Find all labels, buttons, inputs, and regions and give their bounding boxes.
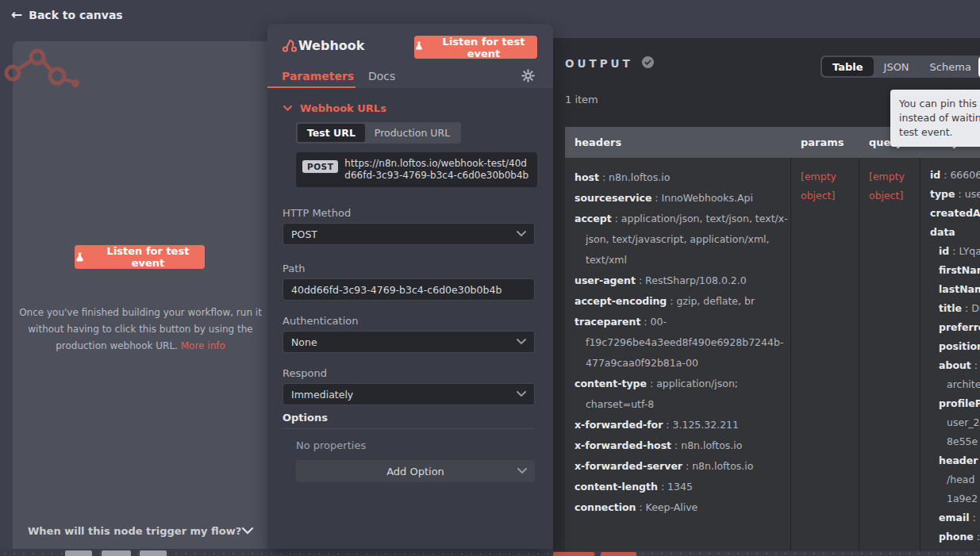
http-method-badge: POST bbox=[302, 160, 338, 173]
flask-icon bbox=[414, 41, 424, 53]
body-cell: id : 666065type : usercreatedAt :dataid … bbox=[920, 158, 980, 551]
input-trigger-panel: Listen for test event Once you've finish… bbox=[13, 41, 267, 549]
respond-label: Respond bbox=[282, 367, 327, 379]
column-header-headers: headers bbox=[565, 136, 791, 148]
chevron-down-icon bbox=[517, 339, 526, 345]
output-title: OUTPUT bbox=[565, 57, 633, 70]
webhook-url-text: https://n8n.loftos.io/webhook-test/40dd6… bbox=[344, 158, 531, 182]
path-input[interactable]: 40dd66fd-3c93-4769-b3c4-c6d0e30b0b4b bbox=[282, 278, 535, 301]
header-entry: accept-encoding : gzip, deflate, br bbox=[575, 291, 788, 312]
listen-for-test-event-button[interactable]: Listen for test event bbox=[75, 245, 205, 269]
more-info-link[interactable]: More info bbox=[181, 340, 225, 351]
tab-parameters[interactable]: Parameters bbox=[282, 70, 354, 82]
chevron-down-icon bbox=[517, 391, 526, 397]
active-tab-underline bbox=[267, 86, 355, 88]
body-entry: title : Dr bbox=[930, 299, 980, 318]
header-entry: content-type : application/json; charset… bbox=[575, 374, 788, 415]
view-tab-json[interactable]: JSON bbox=[874, 57, 920, 76]
body-entry: type : user bbox=[930, 185, 980, 204]
headers-cell: host : n8n.loftos.iosourceservice : Inno… bbox=[565, 158, 791, 551]
test-url-chip[interactable]: Test URL bbox=[298, 124, 365, 142]
options-empty-text: No properties bbox=[296, 439, 366, 451]
output-panel: OUTPUT 1 item Table JSON Schema headers … bbox=[553, 38, 980, 551]
body-entry: id : LYqa bbox=[930, 242, 980, 261]
header-entry: accept : application/json, text/json, te… bbox=[575, 209, 788, 270]
body-entry: id : 666065 bbox=[930, 166, 980, 185]
body-entry: profilePicture : bbox=[930, 394, 980, 413]
url-environment-toggle: Test URL Production URL bbox=[296, 122, 461, 144]
add-option-button[interactable]: Add Option bbox=[296, 460, 535, 482]
chevron-down-icon bbox=[517, 468, 527, 474]
http-method-select[interactable]: POST bbox=[282, 223, 535, 245]
tab-docs[interactable]: Docs bbox=[368, 70, 395, 82]
respond-select[interactable]: Immediately bbox=[282, 383, 535, 405]
view-tab-schema[interactable]: Schema bbox=[920, 57, 980, 76]
params-cell: [empty object] bbox=[791, 158, 859, 551]
header-entry: user-agent : RestSharp/108.0.2.0 bbox=[575, 270, 788, 291]
canvas-node-partial[interactable] bbox=[140, 550, 167, 556]
body-entry: lastName : bbox=[930, 280, 980, 299]
chevron-down-icon bbox=[242, 527, 253, 535]
webhook-urls-section-toggle[interactable]: Webhook URLs bbox=[283, 102, 386, 114]
webhook-url-display[interactable]: POST https://n8n.loftos.io/webhook-test/… bbox=[296, 152, 537, 187]
path-label: Path bbox=[282, 263, 306, 274]
flask-icon bbox=[75, 252, 85, 263]
canvas-node-partial[interactable] bbox=[65, 550, 92, 556]
pin-output-tooltip: You can pin this output instead of waiti… bbox=[890, 90, 980, 147]
canvas-node-partial[interactable] bbox=[601, 552, 636, 556]
header-entry: traceparent : 00-f19c7296be4a3eed8f490e6… bbox=[575, 312, 788, 374]
canvas-node-partial[interactable] bbox=[102, 550, 131, 556]
body-entry: phone : bbox=[930, 527, 980, 546]
body-entry: preferredName : bbox=[930, 318, 980, 337]
column-header-params: params bbox=[791, 136, 859, 148]
back-arrow-icon: ← bbox=[11, 8, 22, 21]
view-tab-table[interactable]: Table bbox=[822, 57, 874, 76]
output-table: headers params query body host : n8n.lof… bbox=[565, 127, 980, 551]
canvas-node-partial[interactable] bbox=[553, 552, 594, 556]
output-view-switcher: Table JSON Schema bbox=[821, 56, 980, 78]
node-panel-header: Webhook Listen for test event Parameters… bbox=[267, 24, 553, 88]
check-circle-icon bbox=[641, 56, 655, 71]
body-entry: user_2 bbox=[930, 413, 980, 432]
output-item-count: 1 item bbox=[565, 94, 598, 105]
listen-for-test-event-button[interactable]: Listen for test event bbox=[414, 36, 537, 59]
options-section-label: Options bbox=[282, 412, 535, 429]
http-method-label: HTTP Method bbox=[282, 207, 351, 219]
header-entry: sourceservice : InnoWebhooks.Api bbox=[575, 188, 788, 209]
query-cell: [empty object] bbox=[859, 158, 920, 551]
production-url-chip[interactable]: Production URL bbox=[365, 124, 459, 142]
body-entry: about : bbox=[930, 356, 980, 375]
authentication-label: Authentication bbox=[282, 315, 358, 327]
header-entry: connection : Keep-Alive bbox=[575, 497, 788, 518]
n8n-logo-decoration bbox=[2, 40, 93, 92]
body-entry: position : bbox=[930, 337, 980, 356]
body-entry: architect bbox=[930, 375, 980, 394]
header-entry: x-forwarded-server : n8n.loftos.io bbox=[575, 456, 788, 477]
back-to-canvas-label: Back to canvas bbox=[29, 9, 122, 21]
body-entry: firstName : bbox=[930, 261, 980, 280]
header-entry: x-forwarded-for : 3.125.32.211 bbox=[575, 415, 788, 435]
header-entry: host : n8n.loftos.io bbox=[575, 167, 788, 188]
body-entry: createdAt : bbox=[930, 204, 980, 223]
gear-icon[interactable] bbox=[521, 69, 535, 86]
trigger-help-text: Once you've finished building your workf… bbox=[14, 305, 267, 355]
chevron-down-icon bbox=[517, 231, 526, 237]
node-settings-panel: Webhook Listen for test event Parameters… bbox=[267, 24, 553, 549]
body-entry: /head bbox=[930, 470, 980, 489]
output-table-row: host : n8n.loftos.iosourceservice : Inno… bbox=[565, 158, 980, 551]
chevron-down-icon bbox=[283, 105, 292, 111]
back-to-canvas-link[interactable]: ← Back to canvas bbox=[11, 8, 123, 21]
header-entry: content-length : 1345 bbox=[575, 477, 788, 497]
node-trigger-question[interactable]: When will this node trigger my flow? bbox=[28, 525, 253, 537]
webhook-icon bbox=[281, 37, 298, 58]
node-title: Webhook bbox=[298, 38, 364, 53]
body-entry: 1a9e2 bbox=[930, 489, 980, 508]
body-entry: header : bbox=[930, 451, 980, 470]
body-entry: 8e55e bbox=[930, 432, 980, 451]
body-entry: email : bbox=[930, 508, 980, 527]
header-entry: x-forwarded-host : n8n.loftos.io bbox=[575, 435, 788, 456]
listen-button-label: Listen for test event bbox=[91, 245, 205, 269]
authentication-select[interactable]: None bbox=[282, 331, 535, 353]
body-entry: data bbox=[930, 223, 980, 242]
